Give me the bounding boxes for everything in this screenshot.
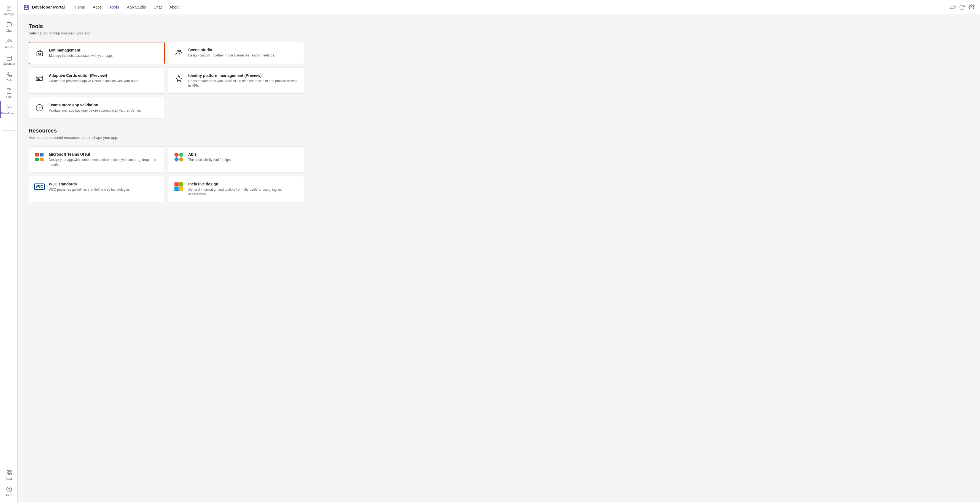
adaptive-cards-title: Adaptive Cards editor (Preview) xyxy=(49,73,159,78)
able-title: Able xyxy=(188,152,299,157)
teams-store-icon xyxy=(35,103,45,113)
refresh-icon[interactable] xyxy=(959,4,965,10)
svg-rect-5 xyxy=(10,470,11,472)
bot-management-icon xyxy=(35,48,45,58)
nav-appstudio[interactable]: App Studio xyxy=(124,0,150,14)
resources-title: Resources xyxy=(29,127,969,134)
inclusive-design-desc: General information and toolkits from Mi… xyxy=(188,187,299,197)
card-teams-store[interactable]: Teams store app validation Validate your… xyxy=(29,97,165,119)
calls-icon xyxy=(6,71,12,78)
scene-studio-title: Scene studio xyxy=(188,48,299,52)
svg-point-0 xyxy=(8,40,9,41)
scene-studio-icon xyxy=(174,48,184,57)
svg-point-13 xyxy=(38,53,39,54)
sidebar-item-files[interactable]: Files xyxy=(0,85,18,102)
activity-icon xyxy=(6,5,12,11)
svg-rect-22 xyxy=(40,157,43,161)
resources-cards-grid: Microsoft Teams UI Kit Design your app w… xyxy=(29,146,304,202)
svg-rect-10 xyxy=(950,6,954,8)
scene-studio-body: Scene studio Design custom Together mode… xyxy=(188,48,299,58)
settings-icon[interactable] xyxy=(969,4,975,10)
able-icon xyxy=(174,152,184,162)
chat-icon xyxy=(6,22,12,28)
adaptive-cards-icon xyxy=(35,73,45,83)
able-body: Able The accessibility tool for figma xyxy=(188,152,299,162)
resources-desc: Here are some useful resources to help s… xyxy=(29,135,969,140)
meeting-icon[interactable] xyxy=(950,4,956,10)
card-scene-studio[interactable]: Scene studio Design custom Together mode… xyxy=(168,42,304,64)
w3c-icon: W3C xyxy=(35,182,45,192)
svg-rect-20 xyxy=(40,153,43,157)
svg-rect-7 xyxy=(10,473,11,475)
identity-platform-desc: Register your apps with Azure AD to help… xyxy=(188,79,299,88)
tools-title: Tools xyxy=(29,23,969,30)
card-able[interactable]: Able The accessibility tool for figma xyxy=(168,146,304,173)
nav-tools[interactable]: Tools xyxy=(106,0,123,14)
svg-point-11 xyxy=(970,6,972,8)
card-identity-platform[interactable]: Identity platform management (Preview) R… xyxy=(168,67,304,94)
app-logo-icon xyxy=(23,4,30,11)
sidebar-item-developer[interactable]: Developer... xyxy=(0,102,18,118)
teams-store-desc: Validate your app package before submitt… xyxy=(49,108,159,113)
nav-apps[interactable]: Apps xyxy=(89,0,105,14)
bot-management-desc: Manage the bots associated with your app… xyxy=(49,54,159,58)
sidebar-item-apps[interactable]: Apps xyxy=(0,467,18,483)
inclusive-design-icon xyxy=(174,182,184,192)
svg-point-14 xyxy=(40,53,41,54)
sidebar-item-calls[interactable]: Calls xyxy=(0,68,18,85)
card-ms-teams-ui-kit[interactable]: Microsoft Teams UI Kit Design your app w… xyxy=(29,146,165,173)
svg-rect-2 xyxy=(7,56,11,60)
calendar-icon xyxy=(6,55,12,61)
card-adaptive-cards[interactable]: Adaptive Cards editor (Preview) Create a… xyxy=(29,67,165,94)
ms-teams-ui-kit-icon xyxy=(35,152,45,162)
ms-teams-ui-kit-body: Microsoft Teams UI Kit Design your app w… xyxy=(49,152,159,167)
svg-point-8 xyxy=(6,487,11,492)
able-desc: The accessibility tool for figma xyxy=(188,157,299,162)
main-area: Developer Portal Home Apps Tools App Stu… xyxy=(18,0,980,502)
card-bot-management[interactable]: Bot management Manage the bots associate… xyxy=(29,42,165,64)
bot-management-body: Bot management Manage the bots associate… xyxy=(49,48,159,58)
sidebar-item-help[interactable]: Help xyxy=(0,483,18,500)
svg-rect-17 xyxy=(36,76,43,81)
sidebar-item-teams[interactable]: Teams xyxy=(0,35,18,52)
adaptive-cards-desc: Create and preview Adaptive Cards to inc… xyxy=(49,79,159,84)
ms-teams-ui-kit-desc: Design your app with components and temp… xyxy=(49,157,159,167)
inclusive-design-title: Inclusive design xyxy=(188,182,299,186)
inclusive-design-body: Inclusive design General information and… xyxy=(188,182,299,197)
w3c-desc: W3C publishes guidelines that define web… xyxy=(49,187,159,192)
apps-icon xyxy=(6,470,12,476)
app-title: Developer Portal xyxy=(32,5,65,10)
tools-cards-grid: Bot management Manage the bots associate… xyxy=(29,42,304,119)
teams-store-body: Teams store app validation Validate your… xyxy=(49,103,159,113)
more-button[interactable]: ··· xyxy=(0,118,18,129)
svg-rect-4 xyxy=(7,470,8,472)
files-icon xyxy=(6,88,12,94)
sidebar-item-chat[interactable]: Chat xyxy=(0,19,18,35)
bot-management-title: Bot management xyxy=(49,48,159,52)
nav-items: Home Apps Tools App Studio Chat About xyxy=(72,0,183,14)
svg-rect-6 xyxy=(7,473,8,475)
card-w3c[interactable]: W3C W3C standards W3C publishes guidelin… xyxy=(29,176,165,202)
identity-platform-title: Identity platform management (Preview) xyxy=(188,73,299,78)
adaptive-cards-body: Adaptive Cards editor (Preview) Create a… xyxy=(49,73,159,84)
svg-rect-19 xyxy=(35,153,39,157)
sidebar-item-activity[interactable]: Activity xyxy=(0,2,18,19)
developer-icon xyxy=(6,105,12,111)
nav-about[interactable]: About xyxy=(166,0,183,14)
top-navigation: Developer Portal Home Apps Tools App Stu… xyxy=(18,0,980,14)
svg-point-15 xyxy=(177,51,179,52)
sidebar-item-calendar[interactable]: Calendar xyxy=(0,52,18,68)
teams-icon xyxy=(6,38,12,44)
svg-point-1 xyxy=(10,40,11,41)
sidebar-divider xyxy=(2,130,16,130)
nav-chat[interactable]: Chat xyxy=(150,0,165,14)
svg-rect-21 xyxy=(35,157,39,161)
svg-point-16 xyxy=(180,51,181,52)
sidebar: Activity Chat Teams Calendar Calls Files… xyxy=(0,0,18,502)
help-icon xyxy=(6,486,12,492)
app-logo: Developer Portal xyxy=(23,4,65,11)
nav-home[interactable]: Home xyxy=(72,0,88,14)
card-inclusive-design[interactable]: Inclusive design General information and… xyxy=(168,176,304,202)
tools-desc: Select a tool to help you build your app… xyxy=(29,31,969,35)
teams-store-title: Teams store app validation xyxy=(49,103,159,107)
